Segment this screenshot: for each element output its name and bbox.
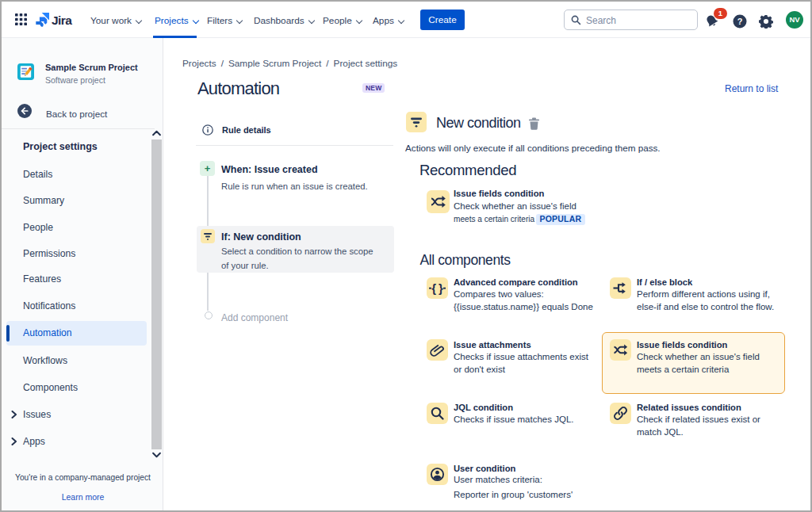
svg-text:{ }: { } [431, 281, 443, 295]
svg-text:?: ? [737, 17, 743, 26]
